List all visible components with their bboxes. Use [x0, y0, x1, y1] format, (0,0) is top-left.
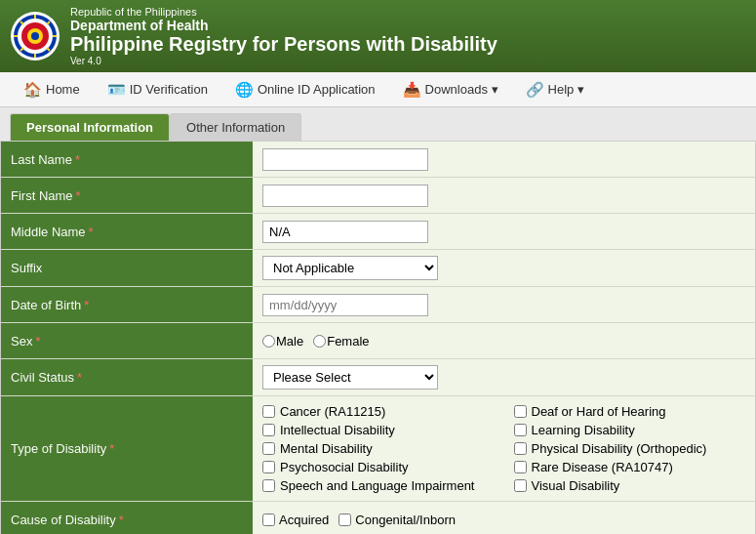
sex-required: *	[35, 334, 40, 349]
middle-name-field	[253, 214, 755, 249]
form-container: Last Name * First Name * Middle Name * S…	[0, 141, 756, 534]
civil-status-row: Civil Status * Please Select Single Marr…	[1, 359, 755, 396]
tab-other-information[interactable]: Other Information	[170, 113, 301, 141]
id-icon: 🪪	[107, 81, 126, 99]
tab-personal-information[interactable]: Personal Information	[10, 113, 170, 141]
nav-home-label: Home	[46, 82, 80, 97]
disability-cancer-checkbox[interactable]	[262, 405, 275, 418]
disability-cancer-label: Cancer (RA11215)	[280, 404, 385, 419]
logo	[10, 11, 60, 62]
civil-status-required: *	[77, 370, 82, 385]
disability-physical-checkbox[interactable]	[514, 442, 527, 455]
disability-visual: Visual Disability	[514, 478, 746, 493]
disability-intellectual-label: Intellectual Disability	[280, 423, 395, 437]
disability-psychosocial-checkbox[interactable]	[262, 461, 275, 473]
sex-field: Male Female	[253, 323, 755, 358]
suffix-row: Suffix Not Applicable Jr. Sr. II III IV	[1, 250, 755, 287]
dob-required: *	[84, 298, 89, 312]
disability-grid: Cancer (RA11215) Deaf or Hard of Hearing…	[253, 396, 755, 501]
cause-congenital-checkbox[interactable]	[338, 513, 351, 526]
cause-acquired-checkbox[interactable]	[262, 513, 275, 526]
disability-mental-checkbox[interactable]	[262, 442, 275, 455]
cause-congenital: Congenital/Inborn	[338, 513, 456, 527]
suffix-select[interactable]: Not Applicable Jr. Sr. II III IV	[262, 256, 438, 280]
disability-deaf-checkbox[interactable]	[514, 405, 527, 418]
disability-deaf-label: Deaf or Hard of Hearing	[532, 404, 666, 419]
tabs: Personal Information Other Information	[0, 107, 756, 141]
dob-row: Date of Birth *	[1, 287, 755, 323]
middle-name-input[interactable]	[262, 221, 428, 243]
disability-speech-checkbox[interactable]	[262, 479, 275, 492]
disability-visual-checkbox[interactable]	[514, 479, 527, 492]
app-title: Philippine Registry for Persons with Dis…	[70, 33, 497, 56]
disability-physical: Physical Disability (Orthopedic)	[514, 441, 746, 456]
cause-acquired-label: Acquired	[279, 513, 329, 527]
sex-radio-group: Male Female	[262, 334, 378, 349]
header: Republic of the Philippines Department o…	[0, 0, 756, 72]
disability-type-label: Type of Disability *	[1, 396, 253, 501]
middle-name-row: Middle Name *	[1, 214, 755, 250]
dob-input[interactable]	[262, 294, 428, 316]
last-name-required: *	[75, 152, 80, 167]
sex-row: Sex * Male Female	[1, 323, 755, 359]
sex-male-option[interactable]: Male	[262, 334, 303, 349]
disability-physical-label: Physical Disability (Orthopedic)	[532, 441, 707, 456]
suffix-field: Not Applicable Jr. Sr. II III IV	[253, 250, 755, 286]
middle-name-required: *	[89, 225, 94, 239]
home-icon: 🏠	[23, 81, 42, 99]
last-name-input[interactable]	[262, 148, 428, 171]
disability-psychosocial: Psychosocial Disability	[262, 460, 495, 474]
cause-required: *	[119, 513, 124, 527]
nav-downloads[interactable]: 📥 Downloads ▾	[389, 72, 512, 106]
disability-speech: Speech and Language Impairment	[262, 478, 495, 493]
cause-row: Cause of Disability * Acquired Congenita…	[1, 502, 755, 534]
disability-intellectual: Intellectual Disability	[262, 423, 495, 437]
first-name-required: *	[76, 188, 81, 203]
department-label: Department of Health	[70, 18, 497, 33]
disability-learning-checkbox[interactable]	[514, 424, 527, 436]
middle-name-label: Middle Name *	[1, 214, 253, 249]
disability-psychosocial-label: Psychosocial Disability	[280, 460, 409, 474]
republic-label: Republic of the Philippines	[70, 6, 497, 18]
disability-type-row: Type of Disability * Cancer (RA11215) De…	[1, 396, 755, 502]
disability-rare: Rare Disease (RA10747)	[514, 460, 746, 474]
nav-online-id[interactable]: 🌐 Online ID Application	[221, 72, 389, 106]
first-name-field	[253, 178, 755, 213]
cause-label: Cause of Disability *	[1, 502, 253, 534]
disability-mental: Mental Disability	[262, 441, 495, 456]
last-name-row: Last Name *	[1, 142, 755, 178]
civil-status-select[interactable]: Please Select Single Married Widowed Sep…	[262, 365, 438, 390]
first-name-row: First Name *	[1, 178, 755, 214]
download-icon: 📥	[403, 81, 421, 99]
sex-label: Sex *	[1, 323, 253, 358]
last-name-label: Last Name *	[1, 142, 253, 177]
sex-male-radio[interactable]	[262, 335, 275, 348]
civil-status-label: Civil Status *	[1, 359, 253, 395]
sex-female-radio[interactable]	[313, 335, 326, 348]
first-name-input[interactable]	[262, 185, 428, 207]
nav-id-label: ID Verification	[130, 82, 208, 97]
dob-field	[253, 287, 755, 322]
disability-rare-label: Rare Disease (RA10747)	[532, 460, 673, 474]
version-label: Ver 4.0	[70, 56, 497, 66]
cause-congenital-label: Congenital/Inborn	[355, 513, 456, 527]
disability-mental-label: Mental Disability	[280, 441, 373, 456]
help-icon: 🔗	[526, 81, 544, 99]
nav-id-verification[interactable]: 🪪 ID Verification	[94, 72, 221, 106]
cause-acquired: Acquired	[262, 513, 329, 527]
disability-intellectual-checkbox[interactable]	[262, 424, 275, 436]
navbar: 🏠 Home 🪪 ID Verification 🌐 Online ID App…	[0, 72, 756, 107]
disability-rare-checkbox[interactable]	[514, 461, 527, 473]
nav-online-id-label: Online ID Application	[258, 82, 376, 97]
nav-home[interactable]: 🏠 Home	[10, 72, 94, 106]
disability-required: *	[109, 441, 114, 456]
disability-visual-label: Visual Disability	[532, 478, 620, 493]
sex-female-option[interactable]: Female	[313, 334, 369, 349]
cause-field: Acquired Congenital/Inborn	[253, 502, 755, 534]
civil-status-field: Please Select Single Married Widowed Sep…	[253, 359, 755, 395]
disability-learning-label: Learning Disability	[532, 423, 635, 437]
disability-deaf: Deaf or Hard of Hearing	[514, 404, 746, 419]
last-name-field	[253, 142, 755, 177]
nav-help[interactable]: 🔗 Help ▾	[512, 72, 598, 106]
disability-speech-label: Speech and Language Impairment	[280, 478, 474, 493]
